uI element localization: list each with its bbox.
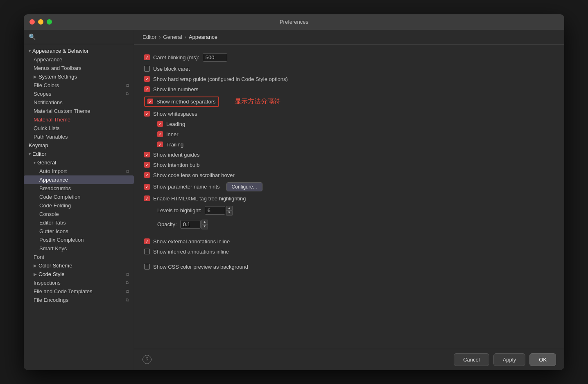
close-button[interactable] xyxy=(29,19,35,25)
sidebar-item-menus-toolbars[interactable]: Menus and Toolbars xyxy=(24,64,134,72)
sidebar-item-label: Code Folding xyxy=(39,202,71,209)
enable-html-xml-checkbox[interactable] xyxy=(144,195,150,201)
sidebar-item-file-code-templates[interactable]: File and Code Templates ⧉ xyxy=(24,287,134,296)
sidebar-item-label: Appearance & Behavior xyxy=(32,48,88,54)
levels-up-button[interactable]: ▲ xyxy=(226,206,233,211)
opacity-down-button[interactable]: ▼ xyxy=(201,225,208,229)
sidebar-item-editor-tabs[interactable]: Editor Tabs xyxy=(24,218,134,227)
sidebar-item-app-appearance[interactable]: Appearance xyxy=(24,175,134,184)
show-intention-bulb-row: Show intention bulb xyxy=(144,160,554,170)
show-method-separators-label: Show method separators xyxy=(156,99,216,105)
sidebar-item-material-custom-theme[interactable]: Material Custom Theme xyxy=(24,107,134,115)
show-indent-guides-label: Show indent guides xyxy=(153,152,199,158)
whitespace-inner-checkbox[interactable] xyxy=(157,131,163,137)
sidebar-item-auto-import[interactable]: Auto Import ⧉ xyxy=(24,167,134,175)
show-indent-guides-checkbox[interactable] xyxy=(144,152,150,157)
sidebar-item-notifications[interactable]: Notifications xyxy=(24,98,134,107)
window-controls xyxy=(29,19,52,25)
show-parameter-hints-label: Show parameter name hints xyxy=(153,184,220,190)
show-whitespaces-checkbox[interactable] xyxy=(144,111,150,117)
search-area[interactable]: 🔍 xyxy=(24,30,134,44)
use-block-caret-checkbox[interactable] xyxy=(144,66,150,72)
sidebar-item-inspections[interactable]: Inspections ⧉ xyxy=(24,278,134,287)
show-intention-bulb-checkbox[interactable] xyxy=(144,162,150,168)
sidebar-item-file-encodings[interactable]: File Encodings ⧉ xyxy=(24,296,134,304)
sidebar-item-font[interactable]: Font xyxy=(24,253,134,261)
sidebar-item-keymap[interactable]: Keymap xyxy=(24,141,134,150)
sidebar-item-console[interactable]: Console xyxy=(24,210,134,218)
show-css-color-label: Show CSS color preview as background xyxy=(153,264,248,270)
sidebar-item-breadcrumbs[interactable]: Breadcrumbs xyxy=(24,184,134,193)
titlebar: Preferences xyxy=(24,14,564,30)
caret-blinking-checkbox[interactable] xyxy=(144,54,150,60)
sidebar-item-smart-keys[interactable]: Smart Keys xyxy=(24,244,134,253)
apply-button[interactable]: Apply xyxy=(493,353,526,366)
copy-icon: ⧉ xyxy=(126,280,129,285)
sidebar-item-appearance-behavior[interactable]: ▾ Appearance & Behavior xyxy=(24,47,134,55)
sidebar-item-label: Path Variables xyxy=(34,134,68,140)
sidebar-item-label: Smart Keys xyxy=(39,245,67,252)
show-inferred-annotations-checkbox[interactable] xyxy=(144,249,150,254)
show-code-lens-checkbox[interactable] xyxy=(144,172,150,178)
maximize-button[interactable] xyxy=(47,19,52,25)
sidebar-item-label: Keymap xyxy=(29,142,48,148)
sidebar-item-label: Appearance xyxy=(34,56,62,63)
sidebar-item-color-scheme[interactable]: ▶ Color Scheme xyxy=(24,261,134,270)
expand-arrow: ▾ xyxy=(34,160,36,165)
sidebar-item-quick-lists[interactable]: Quick Lists xyxy=(24,124,134,132)
show-hard-wrap-checkbox[interactable] xyxy=(144,76,150,82)
help-button[interactable]: ? xyxy=(142,355,152,364)
sidebar-tree: ▾ Appearance & Behavior Appearance Menus… xyxy=(24,44,134,370)
sidebar-item-label: Font xyxy=(34,254,44,260)
sidebar-item-label: Code Style xyxy=(38,271,65,277)
sidebar-item-appearance[interactable]: Appearance xyxy=(24,55,134,64)
sidebar-item-editor[interactable]: ▾ Editor xyxy=(24,150,134,158)
sidebar-item-code-folding[interactable]: Code Folding xyxy=(24,201,134,210)
levels-input[interactable] xyxy=(205,206,225,215)
sidebar-item-gutter-icons[interactable]: Gutter Icons xyxy=(24,227,134,236)
show-method-separators-checkbox[interactable] xyxy=(147,99,153,104)
copy-icon: ⧉ xyxy=(126,289,129,294)
show-external-annotations-checkbox[interactable] xyxy=(144,238,150,244)
sidebar-item-code-completion[interactable]: Code Completion xyxy=(24,193,134,201)
copy-icon: ⧉ xyxy=(126,168,129,174)
opacity-up-button[interactable]: ▲ xyxy=(201,220,208,225)
settings-content: Caret blinking (ms): Use block caret Sho… xyxy=(134,45,564,349)
sidebar-item-material-theme[interactable]: Material Theme xyxy=(24,115,134,124)
whitespace-trailing-checkbox[interactable] xyxy=(157,141,163,147)
minimize-button[interactable] xyxy=(38,19,43,25)
sidebar-item-general[interactable]: ▾ General xyxy=(24,158,134,167)
show-inferred-annotations-row: Show inferred annotations inline xyxy=(144,247,554,257)
breadcrumb-sep1: › xyxy=(159,34,161,40)
opacity-input[interactable] xyxy=(180,220,201,229)
caret-blinking-input[interactable] xyxy=(203,53,227,62)
whitespace-leading-row: Leading xyxy=(144,119,554,129)
main-panel: Editor › General › Appearance Caret blin… xyxy=(134,30,564,370)
sidebar-item-label: Breadcrumbs xyxy=(39,185,71,191)
sidebar-item-label: Editor xyxy=(32,151,46,157)
sidebar-item-code-style[interactable]: ▶ Code Style ⧉ xyxy=(24,270,134,278)
sidebar-item-postfix-completion[interactable]: Postfix Completion xyxy=(24,236,134,244)
levels-down-button[interactable]: ▼ xyxy=(226,211,233,216)
show-css-color-checkbox[interactable] xyxy=(144,264,150,269)
use-block-caret-row: Use block caret xyxy=(144,64,554,74)
sidebar-item-system-settings[interactable]: ▶ System Settings xyxy=(24,72,134,81)
show-parameter-hints-checkbox[interactable] xyxy=(144,184,150,190)
configure-button[interactable]: Configure... xyxy=(226,182,262,191)
opacity-spinner: ▲ ▼ xyxy=(180,220,208,229)
levels-spinner-buttons: ▲ ▼ xyxy=(226,206,233,216)
breadcrumb-editor: Editor xyxy=(142,34,156,40)
window-title: Preferences xyxy=(280,19,308,25)
whitespace-leading-label: Leading xyxy=(166,121,185,127)
show-line-numbers-checkbox[interactable] xyxy=(144,86,150,92)
sidebar-item-file-colors[interactable]: File Colors ⧉ xyxy=(24,81,134,90)
whitespace-leading-checkbox[interactable] xyxy=(157,121,163,127)
sidebar-item-label: Color Scheme xyxy=(38,263,72,269)
sidebar-item-path-variables[interactable]: Path Variables xyxy=(24,132,134,141)
ok-button[interactable]: OK xyxy=(529,353,556,366)
sidebar: 🔍 ▾ Appearance & Behavior Appearance Men… xyxy=(24,30,134,370)
expand-arrow: ▶ xyxy=(34,272,37,276)
sidebar-item-scopes[interactable]: Scopes ⧉ xyxy=(24,90,134,98)
sidebar-item-label: Auto Import xyxy=(39,168,67,174)
cancel-button[interactable]: Cancel xyxy=(454,353,489,366)
